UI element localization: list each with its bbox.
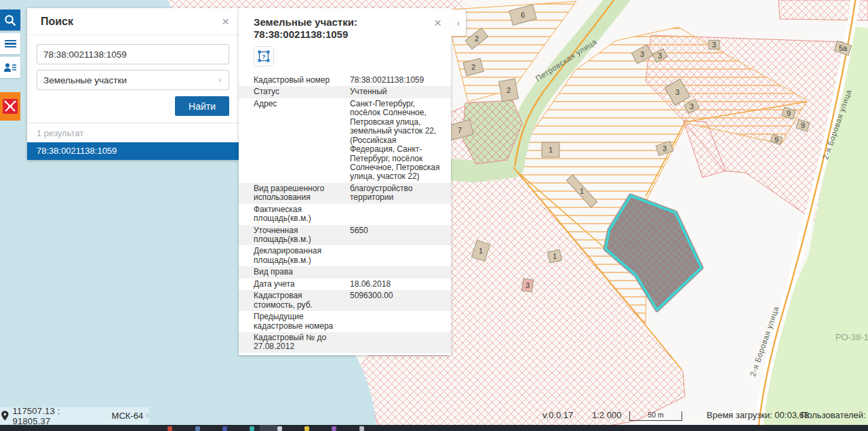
taskbar-app-icon[interactable]	[167, 426, 172, 431]
search-category-select[interactable]: Земельные участки ˅	[37, 70, 229, 90]
attribute-value: Учтенный	[350, 87, 441, 96]
details-close-icon[interactable]: ×	[434, 16, 441, 29]
attribute-value: 78:38:0021138:1059	[350, 76, 441, 85]
attribute-label: Уточненная площадь(кв.м.)	[254, 226, 350, 245]
user-list-button[interactable]	[0, 57, 20, 78]
search-icon	[3, 13, 18, 28]
building-label: 9	[774, 136, 778, 144]
building-label: 9	[801, 121, 805, 129]
attribute-row: Дата учета18.06.2018	[239, 279, 451, 290]
svg-text:?: ?	[262, 53, 266, 60]
attribute-label: Дата учета	[254, 280, 350, 289]
polygon-question-icon: ?	[257, 49, 271, 63]
attribute-row: Кадастровый номер78:38:0021138:1059	[239, 75, 451, 86]
identify-geometry-button[interactable]: ?	[254, 46, 274, 66]
attribute-label: Вид права	[254, 268, 350, 276]
search-panel-title: Поиск	[41, 16, 73, 28]
building-label: 1	[553, 252, 557, 260]
crs-value: МСК-64	[112, 411, 144, 421]
building-label: 2	[507, 86, 511, 94]
crs-selector[interactable]: МСК-64 ˅	[112, 411, 149, 421]
building-label: 9	[787, 109, 791, 117]
taskbar-app-icon[interactable]	[277, 426, 282, 431]
attribute-label: Фактическая площадь(кв.м.)	[254, 205, 350, 224]
scale-bar: 50 m	[629, 411, 682, 421]
taskbar-active-slot	[260, 425, 277, 431]
users-online: Пользователей: 6584	[801, 410, 868, 420]
spb-crest-icon	[3, 99, 18, 114]
building-label: 3	[526, 281, 530, 289]
result-item[interactable]: 78:38:0021138:1059	[27, 142, 239, 160]
os-taskbar[interactable]	[0, 425, 868, 431]
attribute-label: Адрес	[254, 100, 350, 182]
building-label: 1	[549, 146, 553, 154]
find-button[interactable]: Найти	[175, 96, 229, 116]
menu-button[interactable]	[0, 33, 20, 54]
search-input[interactable]	[37, 44, 229, 64]
chevron-left-icon: ‹	[457, 17, 460, 28]
taskbar-app-icon[interactable]	[222, 426, 227, 431]
search-panel: Поиск × Земельные участки ˅ Найти 1 резу…	[27, 8, 239, 160]
taskbar-app-icon[interactable]	[332, 426, 336, 431]
search-close-icon[interactable]: ×	[222, 15, 229, 28]
attribute-row: СтатусУчтенный	[239, 86, 451, 98]
attribute-row: Кадастровая стоимость, руб.5096300.00	[239, 290, 451, 311]
app-root: 62227113335a339939113 Петровская улица2-…	[0, 0, 868, 431]
taskbar-app-icon[interactable]	[250, 426, 254, 431]
rgis-logo-button[interactable]	[0, 92, 20, 121]
building-label: 3	[712, 41, 716, 49]
details-panel-title: Земельные участки: 78:38:0021138:1059	[254, 16, 434, 41]
location-pin-icon	[1, 411, 9, 421]
attribute-row: Предыдущие кадастровые номера	[239, 311, 451, 332]
attribute-row: Вид права	[239, 266, 451, 278]
results-count: 1 результат	[27, 123, 239, 142]
attribute-label: Вид разрешенного использования	[254, 184, 350, 203]
map-scale: 1:2 000	[592, 410, 621, 420]
attribute-label: Декларированная площадь(кв.м.)	[254, 247, 350, 265]
left-toolbar	[0, 9, 20, 123]
taskbar-app-icon[interactable]	[195, 426, 200, 431]
attribute-row: Вид разрешенного использованияблагоустро…	[239, 183, 451, 204]
attribute-value: 18.06.2018	[350, 280, 441, 289]
chevron-down-icon: ˅	[145, 412, 149, 419]
attribute-value: благоустройство территории	[350, 184, 441, 203]
attribute-label: Кадастровый № до 27.08.2012	[254, 333, 350, 352]
attribute-row: Фактическая площадь(кв.м.)	[239, 204, 451, 225]
building-label: 3	[675, 88, 679, 96]
taskbar-app-icon[interactable]	[304, 426, 309, 431]
load-time: Время загрузки: 00:03,68	[707, 410, 809, 420]
building-label: 1	[479, 247, 483, 255]
attribute-value	[350, 333, 441, 352]
building-label: 2	[471, 63, 475, 71]
attribute-value	[350, 268, 441, 276]
attribute-value: Санкт-Петербург, посёлок Солнечное, Петр…	[350, 100, 441, 182]
attribute-label: Статус	[254, 87, 350, 96]
building-label: 3	[690, 102, 694, 110]
details-panel: Земельные участки: 78:38:0021138:1059 × …	[239, 8, 451, 355]
attribute-label: Кадастровая стоимость, руб.	[254, 291, 350, 310]
building-label: 3	[640, 50, 644, 58]
building-label: 7	[458, 126, 462, 134]
building-label: 2	[475, 35, 479, 43]
attribute-value	[350, 247, 441, 265]
attribute-value: 5650	[350, 226, 441, 245]
attribute-label: Кадастровый номер	[254, 76, 350, 85]
building-label: 5a	[839, 44, 848, 52]
taskbar-app-icon[interactable]	[359, 426, 364, 431]
collapse-panel-tab[interactable]: ‹	[451, 9, 466, 36]
attribute-row: АдресСанкт-Петербург, посёлок Солнечное,…	[239, 98, 451, 183]
attribute-value	[350, 312, 441, 331]
attribute-label: Есть кадастровая съёмка?	[254, 354, 350, 355]
status-bar: 117507.13 : 91805.37 МСК-64 ˅ v.0.0.17 1…	[0, 407, 868, 424]
search-category-value: Земельные участки	[43, 75, 127, 85]
attribute-value: 5096300.00	[350, 291, 441, 310]
hamburger-icon	[5, 38, 16, 49]
attribute-row: Кадастровый № до 27.08.2012	[239, 332, 451, 353]
app-version: v.0.0.17	[542, 410, 573, 420]
search-tool-button[interactable]	[0, 9, 20, 30]
attribute-table: Кадастровый номер78:38:0021138:1059Стату…	[239, 72, 451, 355]
building-label: 3	[663, 144, 667, 152]
attribute-value	[350, 205, 441, 224]
building-label: 1	[580, 187, 584, 195]
area-label: РО-38-124	[835, 332, 868, 342]
